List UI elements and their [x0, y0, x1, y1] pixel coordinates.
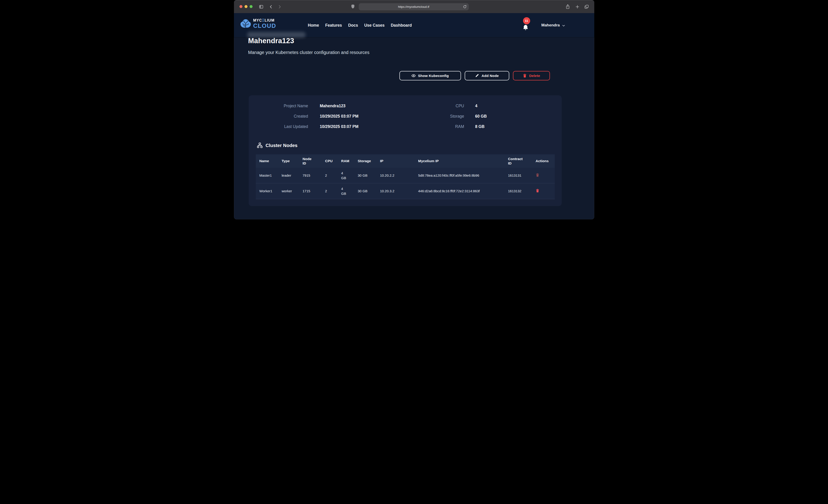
col-type: Type	[278, 154, 299, 168]
brand-cloud-text: CLOUD	[253, 23, 276, 29]
nav-item-use-cases[interactable]: Use Cases	[364, 23, 385, 28]
blur-redaction	[247, 32, 306, 38]
table-header-row: Name Type Node ID CPU RAM Storage IP Myc…	[256, 154, 555, 168]
info-label-storage: Storage	[409, 114, 464, 119]
col-mycelium-ip: Mycelium IP	[415, 154, 504, 168]
info-label-project-name: Project Name	[253, 103, 308, 109]
privacy-shield-icon[interactable]	[350, 3, 356, 9]
page-subtitle: Manage your Kubernetes cluster configura…	[248, 50, 370, 55]
table-row: Worker1 worker 1715 2 4 GB 30 GB 10.20.3…	[256, 183, 555, 199]
col-name: Name	[256, 154, 278, 168]
network-icon	[257, 142, 263, 148]
info-value-ram: 8 GB	[475, 124, 485, 129]
new-tab-icon[interactable]	[575, 4, 580, 10]
cluster-nodes-title: Cluster Nodes	[266, 143, 298, 148]
page-title: Mahendra123	[248, 37, 294, 45]
main-nav: Home Features Docs Use Cases Dashboard	[308, 13, 412, 37]
cell-type: leader	[278, 168, 299, 183]
info-label-cpu: CPU	[409, 103, 464, 109]
cell-cpu: 2	[322, 183, 338, 199]
info-value-storage: 60 GB	[475, 114, 487, 119]
info-label-last-updated: Last Updated	[253, 124, 308, 129]
forward-button-icon[interactable]	[277, 4, 283, 10]
col-ram: RAM	[338, 154, 354, 168]
delete-node-icon[interactable]	[536, 190, 539, 194]
nav-item-features[interactable]: Features	[325, 23, 342, 28]
info-label-created: Created	[253, 114, 308, 119]
cluster-actions: Show Kubeconfig Add Node Delete	[400, 71, 550, 80]
sidebar-toggle-icon[interactable]	[258, 4, 264, 10]
window-minimize-button[interactable]	[245, 5, 248, 8]
brand-logo[interactable]: MYCΞLIUM CLOUD	[240, 18, 276, 29]
cell-ram: 4 GB	[338, 183, 354, 199]
show-kubeconfig-button[interactable]: Show Kubeconfig	[400, 71, 461, 80]
col-contract-id: Contract ID	[504, 154, 532, 168]
col-node-id: Node ID	[299, 154, 322, 168]
window-close-button[interactable]	[240, 5, 242, 8]
nav-item-docs[interactable]: Docs	[348, 23, 358, 28]
pencil-icon	[475, 74, 480, 78]
info-value-project-name: Mahendra123	[320, 103, 346, 109]
cell-node-id: 7915	[299, 168, 322, 183]
trash-icon	[523, 74, 527, 78]
cell-storage: 30 GB	[354, 168, 376, 183]
cluster-nodes-header: Cluster Nodes	[257, 142, 298, 148]
cell-ip: 10.20.3.2	[376, 183, 415, 199]
cell-storage: 30 GB	[354, 183, 376, 199]
nodes-table: Name Type Node ID CPU RAM Storage IP Myc…	[256, 154, 555, 199]
notifications-button[interactable]: 11	[522, 18, 532, 33]
cell-name: Master1	[256, 168, 278, 183]
cell-ip: 10.20.2.2	[376, 168, 415, 183]
cell-actions	[532, 183, 555, 199]
reload-icon[interactable]	[463, 5, 467, 9]
cluster-info-card: Project Name Mahendra123 Created 10/29/2…	[249, 95, 562, 206]
delete-node-icon[interactable]	[536, 174, 539, 178]
col-actions: Actions	[532, 154, 555, 168]
window-zoom-button[interactable]	[250, 5, 253, 8]
col-storage: Storage	[354, 154, 376, 168]
info-label-ram: RAM	[409, 124, 464, 129]
col-ip: IP	[376, 154, 415, 168]
cell-contract-id: 1613132	[504, 183, 532, 199]
col-cpu: CPU	[322, 154, 338, 168]
cell-type: worker	[278, 183, 299, 199]
tab-overview-icon[interactable]	[584, 4, 590, 10]
user-menu[interactable]: Mahendra	[541, 13, 565, 37]
info-value-last-updated: 10/29/2025 03:07 PM	[320, 124, 359, 129]
eye-icon	[411, 74, 416, 78]
nav-item-home[interactable]: Home	[308, 23, 319, 28]
cell-cpu: 2	[322, 168, 338, 183]
cell-ram: 4 GB	[338, 168, 354, 183]
brand-wordmark: MYCΞLIUM CLOUD	[253, 18, 276, 29]
share-icon[interactable]	[565, 4, 571, 10]
browser-window: https://myceliumcloud.tf Mahendra123 Man…	[234, 0, 594, 219]
table-row: Master1 leader 7915 2 4 GB 30 GB 10.20.2…	[256, 168, 555, 183]
cell-mycelium-ip: 5d8:78ea:a120:f40c:ff0f:a5fe:99e6:8b96	[415, 168, 504, 183]
info-value-created: 10/29/2025 03:07 PM	[320, 114, 359, 119]
delete-cluster-button[interactable]: Delete	[513, 71, 550, 80]
cell-actions	[532, 168, 555, 183]
nav-item-dashboard[interactable]: Dashboard	[391, 23, 412, 28]
add-node-button[interactable]: Add Node	[465, 71, 509, 80]
user-name: Mahendra	[541, 23, 560, 28]
browser-toolbar: https://myceliumcloud.tf	[234, 0, 594, 13]
address-bar[interactable]: https://myceliumcloud.tf	[359, 3, 469, 10]
back-button-icon[interactable]	[268, 4, 274, 10]
cell-node-id: 1715	[299, 183, 322, 199]
notification-badge: 11	[523, 17, 530, 24]
mycelium-tree-icon	[240, 18, 251, 29]
info-value-cpu: 4	[475, 103, 478, 109]
cell-contract-id: 1613131	[504, 168, 532, 183]
bell-icon	[523, 25, 529, 31]
cell-name: Worker1	[256, 183, 278, 199]
cell-mycelium-ip: 446:d2a6:8bcd:8c16:ff0f:72e2:3114:863f	[415, 183, 504, 199]
address-bar-url: https://myceliumcloud.tf	[398, 5, 429, 8]
chevron-down-icon	[562, 24, 565, 27]
brand-e-bars: Ξ	[262, 18, 264, 22]
